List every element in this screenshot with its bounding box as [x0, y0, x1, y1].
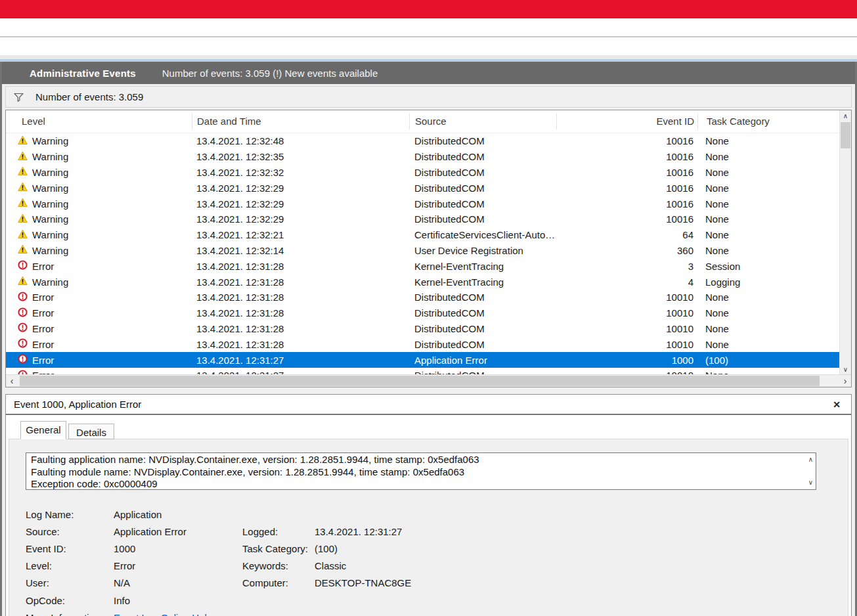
events-summary-header: Administrative Events Number of events: …	[2, 62, 855, 84]
warning-icon	[18, 244, 28, 256]
field-label: Logged:	[242, 526, 315, 537]
date-cell: 13.4.2021. 12:31:28	[192, 276, 409, 288]
table-row[interactable]: Warning 13.4.2021. 12:32:35 DistributedC…	[6, 149, 851, 165]
task-category-cell: None	[697, 135, 851, 146]
table-row[interactable]: Warning 13.4.2021. 12:31:28 Kernel-Event…	[6, 274, 851, 290]
horizontal-scrollbar-thumb[interactable]	[20, 376, 820, 386]
table-row[interactable]: Warning 13.4.2021. 12:32:21 CertificateS…	[6, 227, 851, 243]
task-category-cell: None	[697, 229, 851, 240]
task-category-cell: None	[697, 167, 851, 178]
table-row[interactable]: Warning 13.4.2021. 12:32:32 DistributedC…	[6, 165, 851, 181]
table-row[interactable]: Warning 13.4.2021. 12:32:29 DistributedC…	[6, 196, 851, 211]
column-header-task-category[interactable]: Task Category	[697, 114, 851, 129]
date-cell: 13.4.2021. 12:32:35	[192, 151, 409, 162]
table-row[interactable]: Error 13.4.2021. 12:31:28 DistributedCOM…	[6, 336, 851, 352]
level-cell: Warning	[32, 245, 68, 256]
task-category-cell: (100)	[697, 355, 851, 366]
textbox-scroll-down-icon[interactable]: ∨	[808, 477, 813, 489]
event-id-cell: 10016	[556, 213, 697, 225]
vertical-scrollbar[interactable]: ∧ ∨	[839, 110, 851, 375]
scroll-left-icon[interactable]: ‹	[6, 375, 18, 387]
task-category-cell: Logging	[697, 276, 851, 288]
field-value: Classic	[315, 560, 848, 571]
column-header-event-id[interactable]: Event ID	[556, 114, 697, 129]
level-cell: Error	[32, 307, 54, 319]
level-cell: Warning	[32, 135, 68, 146]
level-cell: Error	[32, 355, 54, 366]
source-cell: DistributedCOM	[409, 151, 556, 162]
date-cell: 13.4.2021. 12:32:21	[192, 229, 409, 240]
table-row[interactable]: Error 13.4.2021. 12:31:28 Kernel-EventTr…	[6, 258, 851, 274]
date-cell: 13.4.2021. 12:32:29	[192, 198, 409, 209]
event-id-cell: 360	[556, 245, 697, 256]
field-label: Computer:	[242, 577, 315, 588]
new-events-banner: Number of events: 3.059 (!) New events a…	[162, 68, 378, 79]
level-cell: Error	[32, 292, 54, 303]
tab-details[interactable]: Details	[68, 424, 114, 439]
task-category-cell: None	[697, 323, 851, 334]
textbox-scroll-up-icon[interactable]: ∧	[808, 454, 813, 466]
warning-icon	[18, 213, 28, 225]
table-row[interactable]: Error 13.4.2021. 12:31:28 DistributedCOM…	[6, 321, 851, 337]
task-category-cell: None	[697, 151, 851, 162]
field-value: Error	[114, 560, 242, 571]
table-row[interactable]: Warning 13.4.2021. 12:32:29 DistributedC…	[6, 211, 851, 227]
close-icon[interactable]: ✕	[830, 399, 843, 410]
column-header-level[interactable]: Level	[6, 114, 192, 129]
date-cell: 13.4.2021. 12:31:27	[192, 355, 409, 366]
event-description-box[interactable]: ∧ ∨ Faulting application name: NVDisplay…	[26, 452, 816, 490]
source-cell: DistributedCOM	[409, 167, 556, 178]
source-cell: Kernel-EventTracing	[409, 276, 556, 288]
level-cell: Error	[32, 339, 54, 350]
source-cell: User Device Registration	[409, 245, 556, 256]
event-id-cell: 64	[556, 229, 697, 240]
field-label: OpCode:	[26, 595, 114, 606]
column-header-date-and-time[interactable]: Date and Time	[192, 114, 409, 129]
separator-line	[0, 36, 857, 37]
task-category-cell: None	[697, 183, 851, 194]
task-category-cell: None	[697, 292, 851, 303]
horizontal-scrollbar[interactable]: ‹ ›	[6, 374, 851, 387]
table-row[interactable]: Warning 13.4.2021. 12:32:14 User Device …	[6, 243, 851, 259]
event-log-online-help-link[interactable]: Event Log Online Help	[114, 612, 242, 616]
task-category-cell: None	[697, 245, 851, 256]
error-icon	[18, 338, 28, 350]
date-cell: 13.4.2021. 12:32:14	[192, 245, 409, 256]
date-cell: 13.4.2021. 12:31:28	[192, 339, 409, 350]
scroll-up-icon[interactable]: ∧	[840, 110, 851, 121]
field-row: OpCode:Info	[26, 592, 848, 609]
column-header-source[interactable]: Source	[409, 114, 556, 129]
table-row[interactable]: Error 13.4.2021. 12:31:27 Application Er…	[6, 352, 851, 368]
table-row[interactable]: Error 13.4.2021. 12:31:28 DistributedCOM…	[6, 305, 851, 321]
detail-title: Event 1000, Application Error	[14, 399, 830, 410]
event-viewer-window: Administrative Events Number of events: …	[0, 62, 857, 616]
error-icon	[18, 260, 28, 272]
scroll-down-icon[interactable]: ∨	[840, 364, 851, 375]
date-cell: 13.4.2021. 12:32:29	[192, 213, 409, 225]
field-value: Application	[114, 509, 242, 520]
vertical-scrollbar-thumb[interactable]	[841, 122, 850, 148]
field-label: Event ID:	[26, 543, 114, 554]
general-tab-panel: ∧ ∨ Faulting application name: NVDisplay…	[9, 439, 848, 616]
description-line: Faulting module name: NVDisplay.Containe…	[31, 466, 799, 479]
field-value: Application Error	[114, 526, 242, 537]
detail-tabs: GeneralDetails	[6, 415, 851, 439]
event-id-cell: 10010	[556, 339, 697, 350]
table-row[interactable]: Error 13.4.2021. 12:31:28 DistributedCOM…	[6, 290, 851, 305]
table-row[interactable]: Warning 13.4.2021. 12:32:48 DistributedC…	[6, 133, 851, 149]
event-id-cell: 10010	[556, 292, 697, 303]
level-cell: Error	[32, 261, 54, 272]
table-row[interactable]: Warning 13.4.2021. 12:32:29 DistributedC…	[6, 180, 851, 196]
warning-icon	[18, 135, 28, 147]
event-id-cell: 4	[556, 276, 697, 288]
source-cell: DistributedCOM	[409, 183, 556, 194]
event-id-cell: 10016	[556, 135, 697, 146]
source-cell: DistributedCOM	[409, 339, 556, 350]
date-cell: 13.4.2021. 12:31:28	[192, 261, 409, 272]
scroll-right-icon[interactable]: ›	[839, 375, 851, 387]
warning-icon	[18, 166, 28, 178]
event-id-cell: 10016	[556, 167, 697, 178]
task-category-cell: None	[697, 339, 851, 350]
field-label: Level:	[26, 560, 114, 571]
tab-general[interactable]: General	[20, 421, 66, 439]
